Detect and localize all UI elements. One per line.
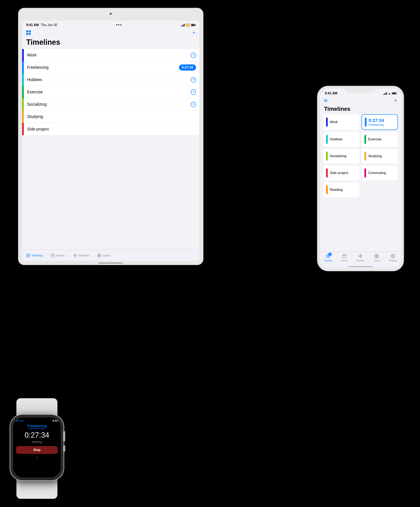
- iphone-grid-item[interactable]: Commuting: [362, 166, 398, 180]
- svg-point-11: [328, 255, 329, 257]
- grid-icon[interactable]: [26, 30, 31, 35]
- ipad-dots: •••: [116, 22, 122, 27]
- ipad-item-label: Work: [22, 49, 191, 61]
- watch-chevron-down-icon: ∨: [13, 455, 61, 460]
- ipad-tab-tracking[interactable]: Tracking: [26, 254, 42, 258]
- timer-name: Freelancing: [369, 123, 384, 127]
- iphone-tab-goals-label: Goals: [374, 259, 380, 262]
- color-indicator: [326, 185, 328, 194]
- iphone-signal: [383, 92, 387, 95]
- ipad-item-action[interactable]: [191, 77, 199, 83]
- item-label: Work: [330, 120, 338, 124]
- iphone-grid-item[interactable]: Reading: [323, 183, 359, 197]
- ipad-list-item[interactable]: Studying: [22, 111, 199, 123]
- ipad-item-action[interactable]: [191, 53, 199, 58]
- ipad-time: 9:41 AM: [26, 23, 39, 27]
- watch-crown[interactable]: [63, 431, 65, 441]
- events-tab-icon: [342, 254, 347, 258]
- events-tab-icon: [51, 254, 55, 258]
- ipad-wifi-icon: 📶: [186, 23, 189, 27]
- list-icon[interactable]: [324, 99, 328, 102]
- svg-point-18: [376, 255, 378, 257]
- tab-badge: 1: [328, 253, 332, 256]
- svg-point-0: [27, 254, 30, 257]
- iphone-grid-item[interactable]: Exercise: [362, 132, 398, 147]
- color-indicator: [365, 169, 366, 177]
- iphone-grid-item-active[interactable]: 0:27:34 Freelancing: [362, 114, 398, 130]
- iphone-grid-item[interactable]: Side project: [323, 166, 359, 180]
- ipad-navbar: +: [22, 28, 199, 37]
- watch-side-button[interactable]: [63, 445, 65, 452]
- ipad-item-action[interactable]: [191, 90, 199, 95]
- iphone-grid-item[interactable]: Socializing: [323, 149, 359, 163]
- iphone-tab-settings[interactable]: Settings: [385, 254, 401, 262]
- svg-rect-12: [343, 255, 346, 258]
- iphone-tabbar: 1 Tracking Events T: [320, 252, 401, 268]
- events-icon-container: [342, 254, 347, 259]
- clock-icon: [191, 77, 196, 83]
- ipad-list-item[interactable]: Socializing: [22, 98, 199, 111]
- tracking-tab-icon: [26, 254, 30, 258]
- ipad-item-action[interactable]: 0:27:34: [179, 64, 199, 70]
- watch-screen: Timer 9:41 Freelancing 0:27:34 Meeting S…: [13, 417, 61, 478]
- ipad-tab-timeline-label: Timeline: [78, 254, 89, 257]
- ipad-tab-goals[interactable]: Goals: [97, 254, 110, 258]
- ipad-item-label: Freelancing: [22, 61, 179, 73]
- iphone-timelines-grid: Work 0:27:34 Freelancing Hobbies Exercis…: [320, 114, 401, 197]
- settings-tab-icon: [391, 254, 395, 258]
- timer-badge: 0:27:34: [179, 64, 196, 70]
- timer-display: 0:27:34 Freelancing: [369, 118, 384, 127]
- item-label: Reading: [330, 188, 343, 192]
- goals-tab-icon: [97, 254, 101, 258]
- iphone-tab-tracking[interactable]: 1 Tracking: [320, 254, 336, 262]
- watch-back-button[interactable]: Timer: [16, 419, 25, 422]
- ipad-list-item[interactable]: Exercise: [22, 86, 199, 98]
- ipad-list-item[interactable]: Work: [22, 49, 199, 61]
- iphone-tab-settings-label: Settings: [389, 259, 397, 262]
- ipad-device: 9:41 AM Thu Jun 30 ••• 📶: [19, 8, 203, 265]
- ipad-date: Thu Jun 30: [41, 23, 57, 27]
- iphone-status-icons: ▲: [383, 92, 396, 95]
- iphone-home-indicator: [348, 266, 373, 267]
- ipad-battery: [191, 24, 195, 26]
- svg-point-1: [28, 255, 29, 256]
- ipad-add-button[interactable]: +: [192, 30, 195, 35]
- timer-value: 0:27:34: [369, 118, 384, 123]
- iphone-grid-item[interactable]: Work: [323, 114, 359, 130]
- ipad-list-item[interactable]: Freelancing 0:27:34: [22, 61, 199, 74]
- ipad-home-bar: [98, 263, 123, 263]
- ipad-color-indicator: [22, 123, 24, 135]
- tracking-icon-container: 1: [325, 254, 331, 259]
- ipad-tab-goals-label: Goals: [103, 254, 110, 257]
- settings-icon-container: [390, 254, 396, 259]
- iphone-add-button[interactable]: +: [394, 97, 397, 104]
- item-label: Socializing: [330, 154, 346, 158]
- iphone-device: 9:41 AM ▲ + Timelines: [317, 86, 404, 271]
- iphone-tab-timeline[interactable]: Timeline: [352, 254, 369, 262]
- ipad-item-action[interactable]: [191, 102, 199, 107]
- iphone-tab-events[interactable]: Events: [336, 254, 352, 262]
- ipad-tab-events-label: Events: [56, 254, 65, 257]
- svg-point-8: [98, 254, 100, 256]
- color-indicator: [326, 135, 328, 144]
- watch-device: Timer 9:41 Freelancing 0:27:34 Meeting S…: [10, 415, 64, 480]
- ipad-signal: [181, 24, 185, 27]
- iphone-tab-goals[interactable]: Goals: [369, 254, 385, 262]
- watch-timer-subtitle: Meeting: [13, 440, 61, 445]
- ipad-tabbar: Tracking Events Timeline Goals: [22, 249, 199, 261]
- item-label: Side project: [330, 171, 348, 175]
- svg-point-9: [99, 255, 100, 256]
- iphone-grid-item[interactable]: Studying: [362, 149, 398, 163]
- ipad-color-indicator: [22, 98, 24, 111]
- svg-rect-2: [51, 254, 54, 257]
- ipad-tab-timeline[interactable]: Timeline: [73, 254, 89, 258]
- ipad-list-item[interactable]: Side project: [22, 123, 199, 135]
- watch-title: Freelancing: [13, 423, 61, 429]
- watch-stop-button[interactable]: Stop: [16, 446, 58, 454]
- color-indicator: [326, 118, 328, 127]
- ipad-color-indicator: [22, 74, 24, 86]
- iphone-grid-item[interactable]: Hobbies: [323, 132, 359, 147]
- ipad-list-item[interactable]: Hobbies: [22, 74, 199, 86]
- ipad-item-label: Hobbies: [22, 74, 191, 86]
- ipad-tab-events[interactable]: Events: [51, 254, 65, 258]
